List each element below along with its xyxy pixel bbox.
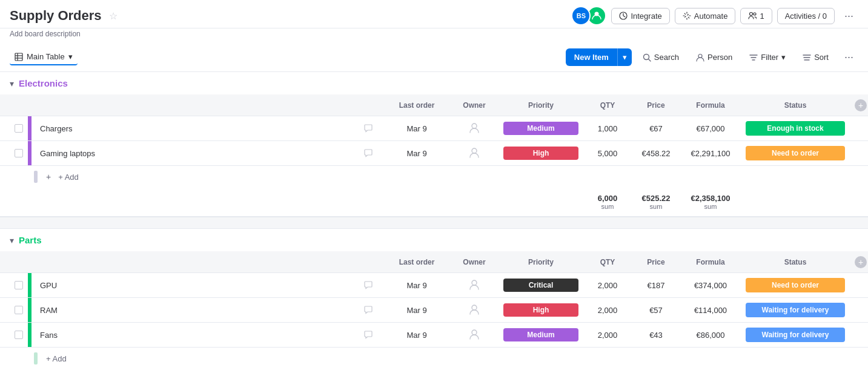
row-status[interactable]: Need to order — [741, 142, 850, 165]
row-qty[interactable]: 1,000 — [583, 122, 632, 136]
row-formula[interactable]: €67,000 — [680, 122, 741, 136]
group-electronics-collapse-icon[interactable]: ▾ — [10, 79, 14, 88]
row-checkbox[interactable] — [10, 281, 28, 289]
row-formula[interactable]: €114,000 — [680, 303, 741, 317]
row-last-order[interactable]: Mar 9 — [383, 147, 450, 160]
sort-button[interactable]: Sort — [797, 50, 835, 65]
row-name-label[interactable]: Gaming laptops — [40, 149, 95, 158]
row-checkbox[interactable] — [10, 149, 28, 157]
group-parts-name[interactable]: Parts — [19, 235, 42, 245]
col-owner: Owner — [450, 258, 499, 266]
board-description[interactable]: Add board description — [0, 28, 868, 43]
row-checkbox[interactable] — [10, 124, 28, 133]
row-priority[interactable]: High — [499, 298, 583, 322]
row-owner[interactable] — [450, 119, 499, 138]
row-last-order[interactable]: Mar 9 — [383, 328, 450, 342]
row-qty[interactable]: 2,000 — [583, 328, 632, 342]
row-priority[interactable]: Medium — [499, 323, 583, 346]
col-status: Status — [741, 258, 850, 266]
activities-button[interactable]: Activities / 0 — [777, 8, 835, 24]
person-button[interactable]: Person — [690, 50, 738, 65]
members-icon — [748, 12, 757, 20]
row-owner[interactable] — [450, 301, 499, 320]
row-comment-icon[interactable] — [353, 328, 383, 342]
row-color-bar — [28, 273, 31, 297]
svg-point-15 — [472, 330, 477, 335]
col-qty: QTY — [583, 258, 632, 266]
automate-button[interactable]: Automate — [675, 8, 736, 24]
row-name-ram: RAM — [28, 298, 353, 322]
sum-price-parts: €287 sum — [632, 373, 680, 376]
row-last-order[interactable]: Mar 9 — [383, 122, 450, 136]
row-status[interactable]: Waiting for delivery — [741, 298, 850, 322]
group-electronics-header: ▾ Electronics — [0, 72, 868, 94]
table-view-button[interactable]: Main Table ▾ — [10, 49, 78, 65]
row-formula[interactable]: €86,000 — [680, 328, 741, 342]
row-price[interactable]: €187 — [632, 279, 680, 292]
col-add[interactable]: + — [850, 256, 868, 268]
board-title: Supply Orders — [10, 8, 102, 24]
col-formula: Formula — [680, 101, 741, 110]
sum-qty: 6,000 sum — [583, 191, 632, 213]
svg-point-3 — [754, 13, 756, 15]
integrate-button[interactable]: Integrate — [611, 8, 669, 24]
row-price[interactable]: €67 — [632, 122, 680, 136]
row-checkbox[interactable] — [10, 331, 28, 339]
person-icon — [696, 53, 704, 62]
row-comment-icon[interactable] — [353, 146, 383, 160]
row-color-bar — [28, 298, 31, 322]
row-name-label[interactable]: RAM — [40, 306, 58, 315]
row-formula[interactable]: €374,000 — [680, 279, 741, 292]
row-comment-icon[interactable] — [353, 278, 383, 292]
row-status[interactable]: Waiting for delivery — [741, 323, 850, 346]
row-price[interactable]: €458.22 — [632, 147, 680, 160]
row-owner[interactable] — [450, 326, 499, 345]
row-priority[interactable]: Critical — [499, 274, 583, 297]
col-status: Status — [741, 101, 850, 110]
members-button[interactable]: 1 — [740, 8, 772, 24]
filter-icon — [749, 53, 758, 62]
row-price[interactable]: €43 — [632, 328, 680, 342]
row-owner[interactable] — [450, 144, 499, 163]
table-row: Chargers Mar 9 Medium 1,000 €67 €67,000 … — [0, 116, 868, 141]
row-qty[interactable]: 2,000 — [583, 279, 632, 292]
row-comment-icon[interactable] — [353, 121, 383, 136]
add-row-parts[interactable]: + Add — [0, 348, 868, 369]
row-owner[interactable] — [450, 276, 499, 295]
row-qty[interactable]: 2,000 — [583, 303, 632, 317]
row-last-order[interactable]: Mar 9 — [383, 279, 450, 292]
row-comment-icon[interactable] — [353, 303, 383, 317]
row-price[interactable]: €57 — [632, 303, 680, 317]
integrate-icon — [619, 12, 628, 20]
filter-button[interactable]: Filter ▾ — [743, 50, 792, 65]
group-parts-collapse-icon[interactable]: ▾ — [10, 236, 14, 245]
row-formula[interactable]: €2,291,100 — [680, 147, 741, 160]
group-parts-header: ▾ Parts — [0, 229, 868, 251]
header-more-button[interactable]: ··· — [840, 7, 858, 25]
row-qty[interactable]: 5,000 — [583, 147, 632, 160]
table-row: Gaming laptops Mar 9 High 5,000 €458.22 … — [0, 141, 868, 166]
add-column-button[interactable]: + — [855, 99, 867, 111]
add-column-button-parts[interactable]: + — [855, 256, 867, 268]
row-priority[interactable]: Medium — [499, 117, 583, 140]
row-name-label[interactable]: Chargers — [40, 124, 72, 133]
row-status[interactable]: Enough in stock — [741, 117, 850, 140]
status-badge: Enough in stock — [746, 121, 845, 136]
star-icon[interactable]: ☆ — [109, 10, 118, 22]
row-name-label[interactable]: Fans — [40, 331, 58, 340]
filter-chevron-icon: ▾ — [781, 53, 786, 62]
toolbar-more-button[interactable]: ··· — [840, 48, 858, 67]
sum-qty-parts: 6,000 sum — [583, 373, 632, 376]
new-item-dropdown-button[interactable]: ▾ — [617, 48, 632, 66]
row-name-label[interactable]: GPU — [40, 281, 57, 290]
row-priority[interactable]: High — [499, 142, 583, 165]
group-electronics-name[interactable]: Electronics — [19, 78, 68, 88]
row-checkbox[interactable] — [10, 306, 28, 314]
new-item-button[interactable]: New Item — [566, 48, 617, 66]
search-button[interactable]: Search — [637, 50, 685, 65]
row-last-order[interactable]: Mar 9 — [383, 303, 450, 317]
row-status[interactable]: Need to order — [741, 274, 850, 297]
add-row-electronics[interactable]: + + Add — [0, 166, 868, 188]
group-electronics: ▾ Electronics Last order Owner Priority … — [0, 72, 868, 217]
col-add[interactable]: + — [850, 99, 868, 111]
